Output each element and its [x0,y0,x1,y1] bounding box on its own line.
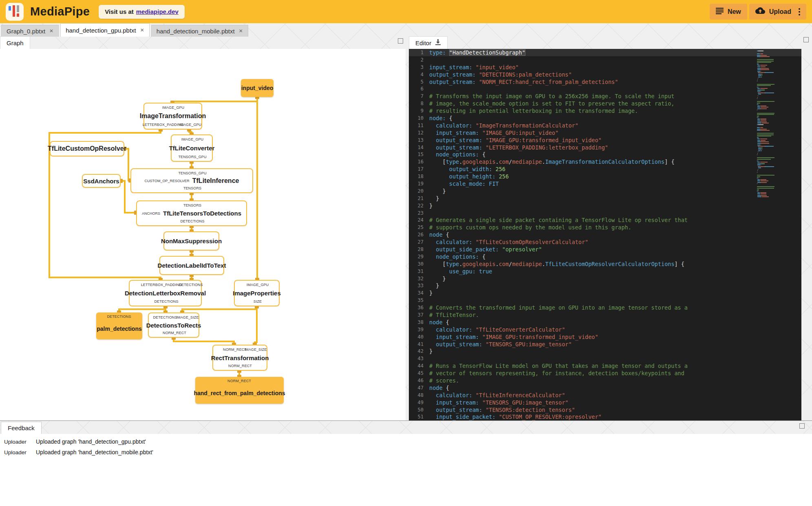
graph-node-DetectionLetterboxRemoval[interactable]: LETTERBOX_PADDINGDETECTIONSDETECTIONSDet… [129,280,202,306]
graph-node-palm_detections[interactable]: DETECTIONSpalm_detections [96,312,142,339]
code-line: 46# scores. [409,377,801,384]
line-number: 17 [409,166,429,172]
line-number: 41 [409,341,429,347]
upload-button-label: Upload [769,8,791,15]
line-number: 42 [409,348,429,354]
line-number: 37 [409,312,429,318]
node-title: palm_detections [97,326,141,332]
graph-node-TfLiteTensorsToDetections[interactable]: TENSORSDETECTIONSANCHORSTfLiteTensorsToD… [136,200,247,226]
graph-edge [172,97,257,103]
close-tab-icon[interactable]: ✕ [140,27,144,33]
code-line: 2 [409,56,801,64]
line-number: 23 [409,210,429,216]
visit-link[interactable]: mediapipe.dev [136,8,179,15]
line-number: 39 [409,327,429,332]
code-line: 24# Generates a single side packet conta… [409,216,801,224]
code-line: 27 calculator: "TfLiteCustomOpResolverCa… [409,238,801,246]
code-line: 7# Transforms the input image on GPU to … [409,92,801,100]
graph-node-hand_rect_from_palm_detections[interactable]: NORM_RECThand_rect_from_palm_detections [195,377,284,404]
line-number: 21 [409,196,429,201]
line-number: 48 [409,392,429,398]
line-number: 47 [409,385,429,391]
feedback-message: Uploaded graph 'hand_detection_gpu.pbtxt… [36,438,146,445]
tab-feedback[interactable]: Feedback [1,422,42,434]
graph-node-ImageTransformation[interactable]: IMAGE_GPULETTERBOX_PADDINGIMAGE_GPUImage… [143,103,202,130]
line-number: 45 [409,370,429,376]
graph-node-TfLiteCustomOpResolver[interactable]: TfLiteCustomOpResolver [50,141,124,156]
feedback-item: UploaderUploaded graph 'hand_detection_m… [0,447,812,458]
graph-edge [182,306,257,312]
editor-popout-icon[interactable] [803,37,809,42]
graph-node-DetectionLabelIdToText[interactable]: DetectionLabelIdToText [159,256,224,275]
line-number: 32 [409,276,429,282]
new-button-label: New [728,8,741,15]
graph-node-input_video[interactable]: input_video [241,79,274,97]
line-number: 24 [409,217,429,223]
code-line: 44# Runs a TensorFlow Lite model on GPU … [409,362,801,370]
node-title: hand_rect_from_palm_detections [194,390,285,396]
line-number: 6 [409,86,429,92]
line-number: 36 [409,305,429,310]
feedback-content: UploaderUploaded graph 'hand_detection_g… [0,434,812,506]
line-number: 46 [409,378,429,383]
line-number: 20 [409,188,429,194]
graph-node-TfLiteInference[interactable]: TENSORS_GPUTENSORSCUSTOM_OP_RESOLVERTfLi… [130,168,253,193]
app-title: MediaPipe [30,5,90,18]
code-line: 32 } [409,275,801,282]
line-number: 28 [409,246,429,252]
code-line: 39 calculator: "TfLiteConverterCalculato… [409,326,801,333]
file-tab-Graph_0.pbtxt[interactable]: Graph_0.pbtxt✕ [1,25,59,37]
line-number: 33 [409,283,429,288]
line-number: 18 [409,174,429,179]
code-line: 13 output_stream: "IMAGE_GPU:transformed… [409,136,801,144]
code-line: 19 scale_mode: FIT [409,180,801,187]
graph-node-TfLiteConverter[interactable]: IMAGE_GPUTENSORS_GPUTfLiteConverter [171,134,213,162]
graph-canvas[interactable]: input_videoIMAGE_GPULETTERBOX_PADDINGIMA… [0,49,406,420]
mediapipe-logo-icon [6,3,24,21]
graph-node-SsdAnchors[interactable]: SsdAnchors [82,174,121,188]
node-title: DetectionsToRects [146,322,201,329]
code-line: 28 output_side_packet: "opresolver" [409,246,801,253]
cloud-upload-icon [755,7,765,16]
line-number: 26 [409,232,429,238]
file-tab-hand_detection_gpu.pbtxt[interactable]: hand_detection_gpu.pbtxt✕ [60,23,150,37]
feedback-source: Uploader [4,449,28,455]
more-options-icon[interactable] [795,8,800,15]
line-number: 4 [409,72,429,77]
code-line: 18 output_height: 256 [409,173,801,180]
graph-node-NonMaxSuppression[interactable]: NonMaxSuppression [163,231,219,251]
code-line: 49 input_stream: "TENSORS_GPU:image_tens… [409,399,801,406]
graph-edge [174,338,234,345]
graph-node-RectTransformation[interactable]: NORM_RECTIMAGE_SIZENORM_RECTRectTransfor… [212,345,267,371]
mediapipe-visualizer: MediaPipe Visit us at mediapipe.dev New [0,0,812,506]
code-line: 51 input_side_packet: "CUSTOM_OP_RESOLVE… [409,414,801,420]
code-editor[interactable]: 1type: "HandDetectionSubgraph"23input_st… [409,49,801,420]
minimap[interactable] [757,51,796,198]
visit-chip: Visit us at mediapipe.dev [99,5,185,19]
code-line: 35 [409,297,801,304]
upload-button[interactable]: Upload [749,4,806,20]
close-tab-icon[interactable]: ✕ [239,28,243,34]
line-number: 38 [409,319,429,325]
node-title: TfLiteConverter [169,145,215,152]
tab-graph[interactable]: Graph [0,36,30,49]
feedback-panel: UploaderUploaded graph 'hand_detection_g… [0,420,812,506]
feedback-popout-icon[interactable] [799,423,805,429]
code-line: 29 node_options: { [409,253,801,260]
app-header: MediaPipe Visit us at mediapipe.dev New [0,0,812,23]
file-tab-hand_detection_mobile.pbtxt[interactable]: hand_detection_mobile.pbtxt✕ [151,25,248,37]
code-line: 1type: "HandDetectionSubgraph" [409,49,801,56]
new-button[interactable]: New [710,4,747,20]
code-line: 42} [409,348,801,355]
download-icon[interactable] [435,39,441,46]
line-number: 40 [409,334,429,340]
close-tab-icon[interactable]: ✕ [49,28,53,34]
graph-popout-icon[interactable] [398,38,403,44]
node-title: input_video [241,85,274,91]
graph-node-DetectionsToRects[interactable]: DETECTIONSIMAGE_SIZENORM_RECTDetectionsT… [148,312,199,338]
graph-node-ImageProperties[interactable]: IMAGE_GPUSIZEImageProperties [234,280,280,306]
tab-editor[interactable]: Editor [409,36,448,49]
code-line: 23 [409,209,801,217]
code-line: 43 [409,355,801,362]
line-number: 13 [409,137,429,143]
